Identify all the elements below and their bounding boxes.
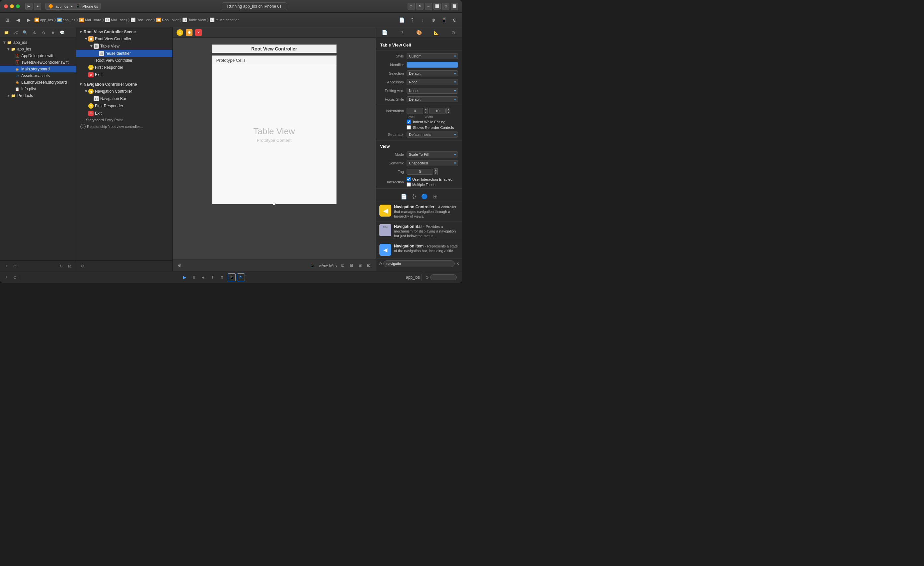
style-select[interactable]: Custom Basic Right Detail Left Detail Su… [406,53,458,59]
reorder-checkbox[interactable] [406,125,411,129]
accessory-select[interactable]: None Disclosure Indicator Detail Disclos… [406,79,458,85]
ref-tab-circle[interactable]: 🔵 [420,193,429,200]
bc-app-ios-2[interactable]: 📁 app_ios [57,18,76,22]
selection-select[interactable]: Default Blue Gray None [406,71,458,77]
canvas-bottom-left-btn[interactable]: ⊙ [177,262,183,268]
sidebar-toggle[interactable]: ⊞ [3,15,12,24]
scene-item-exit-2[interactable]: ▶ ✕ Exit [76,110,172,117]
status-step-out-btn[interactable]: ⬆ [218,274,226,281]
scene-section-nav[interactable]: ▶ Navigation Controller Scene [76,81,172,88]
ref-item-nav-bar[interactable]: Title Navigation Bar - Provides a mechan… [376,221,462,241]
sidebar-item-app-ios-group[interactable]: ▶ 📁 app_ios [0,46,76,53]
width-up-btn[interactable]: ▲ [446,108,450,111]
scene-item-first-responder-2[interactable]: ▶ ⊙ First Responder [76,102,172,110]
close-button[interactable] [4,5,8,8]
table-view-canvas[interactable]: Table View Prototype Content [212,65,336,204]
scene-item-entry[interactable]: → Storyboard Entry Point [76,117,172,123]
status-pause-btn[interactable]: ⏸ [190,274,198,281]
tag-up-btn[interactable]: ▲ [434,169,438,172]
ref-item-nav-controller[interactable]: ◀ Navigation Controller - A controller t… [376,202,462,221]
symbol-icon[interactable]: 🔍 [21,29,28,36]
help-btn[interactable]: ? [408,15,417,24]
insp-tab-attributes[interactable]: 🎨 [414,28,423,37]
status-debug-btn[interactable]: ⬇ [209,274,216,281]
report-icon[interactable]: 💬 [58,29,66,36]
status-play-btn[interactable]: ▶ [181,274,189,281]
scene-item-first-responder-1[interactable]: ▶ ⊙ First Responder [76,64,172,71]
ref-item-nav-item[interactable]: ◀ Navigation Item - Represents a state o… [376,241,462,259]
reset-btn[interactable]: ⊠ [366,262,372,268]
width-input[interactable]: 10 [429,108,446,114]
source-control-icon[interactable]: ⎇ [12,29,19,36]
scene-item-tableview[interactable]: ▶ ⊟ Table View [76,42,172,50]
indent-editing-checkbox[interactable] [406,120,411,124]
sidebar-item-tweetsvc[interactable]: ▶ 🅂 TweetsViewController.swift [0,59,76,66]
breakpoint-icon[interactable]: ◈ [49,29,56,36]
refresh-btn[interactable]: ↻ [57,262,65,270]
panel-left-btn[interactable]: ≡ [408,3,415,10]
file-inspector-btn[interactable]: 📄 [397,15,406,24]
inspector-btn[interactable]: ⬜ [451,3,458,10]
stop-button[interactable]: ■ [34,3,41,10]
level-input[interactable]: 0 [406,108,423,114]
scene-item-cell[interactable]: ▶ ⊟ reuseIdentifier [76,50,172,57]
insp-tab-quick[interactable]: ? [397,28,406,37]
insp-tab-connections[interactable]: ⊙ [449,28,458,37]
scheme-selector[interactable]: 🔶 app_ios ▸ 📱 iPhone 6s [45,3,101,10]
multiple-touch-checkbox[interactable] [406,182,411,187]
expand-btn[interactable]: ⊠ [66,262,74,270]
bc-main-scene[interactable]: ⬡ Mai...ase) [105,18,127,22]
sidebar-item-appdelegate[interactable]: ▶ 🅂 AppDelegate.swift [0,53,76,59]
bc-cell[interactable]: ⊟ reuseIdentifier [210,18,238,22]
nav-forward[interactable]: ▶ [24,15,33,24]
accessory-select-wrapper[interactable]: None Disclosure Indicator Detail Disclos… [406,79,458,85]
sidebar-item-main-storyboard[interactable]: ▶ ◉ Main.storyboard [0,66,76,72]
ref-tab-file[interactable]: 📄 [400,193,408,200]
mode-select-wrapper[interactable]: Scale To Fill Scale Aspect Fit Scale Asp… [406,152,458,157]
bc-root-vc[interactable]: ⬢ Roo...oller [156,18,178,22]
search-clear-icon[interactable]: ✕ [456,261,459,266]
bc-tableview[interactable]: ⊟ Table View [183,18,206,22]
identifier-input[interactable]: reuseIdentifier [406,62,458,68]
bc-app-ios-1[interactable]: ⬢ app_ios [34,18,53,22]
share-btn[interactable]: ⊙ [450,15,459,24]
bookmark-icon[interactable]: ◇ [40,29,47,36]
sidebar-item-products[interactable]: ▶ 📁 Products [0,92,76,99]
run-button[interactable]: ▶ [25,3,33,10]
add-btn[interactable]: ⊕ [429,15,438,24]
selection-select-wrapper[interactable]: Default Blue Gray None ▼ [406,71,458,77]
fit-all-btn[interactable]: ⊞ [357,262,363,268]
user-interaction-checkbox[interactable] [406,177,411,181]
scene-section-root[interactable]: ▶ Root View Controller Scene [76,29,172,35]
status-filter-icon[interactable]: ⊙ [426,275,429,280]
status-circle-btn[interactable]: ⊙ [11,274,19,281]
status-device-btn-2[interactable]: ↻ [237,273,245,281]
ref-search-input[interactable]: navigatio [383,260,455,267]
semantic-select[interactable]: Unspecified Playback Spatial [406,160,458,166]
minimize-button[interactable] [10,5,14,8]
status-add-btn[interactable]: + [3,274,10,281]
back-btn[interactable]: ← [425,3,432,10]
device-btn2[interactable]: 📱 [440,15,449,24]
separator-select[interactable]: Default Insets Custom Insets None [406,131,458,137]
ref-tab-code[interactable]: {} [412,193,417,200]
canvas-yellow-icon[interactable]: ⊙ [177,29,183,36]
scene-item-nav-bar[interactable]: ▶ ⊟ Navigation Bar [76,95,172,102]
level-up-btn[interactable]: ▲ [424,108,428,111]
insp-tab-size[interactable]: 📐 [432,28,441,37]
scene-item-nav-controller[interactable]: ▶ ◀ Navigation Controller [76,88,172,95]
fit-width-btn[interactable]: ⊡ [340,262,346,268]
scene-item-exit-1[interactable]: ▶ ✕ Exit [76,71,172,78]
tag-input[interactable]: 0 [406,169,433,175]
canvas-orange-icon[interactable]: ⬢ [186,29,192,36]
editing-acc-select-wrapper[interactable]: None Disclosure Indicator Detail Disclos… [406,88,458,94]
insp-tab-file[interactable]: 📄 [380,28,389,37]
nav-back[interactable]: ◀ [13,15,22,24]
semantic-select-wrapper[interactable]: Unspecified Playback Spatial ▼ [406,160,458,166]
sidebar-item-assets[interactable]: ▶ 🗂 Assets.xcassets [0,72,76,79]
level-down-btn[interactable]: ▼ [424,111,428,114]
sidebar-item-plist[interactable]: ▶ 📋 Info.plist [0,86,76,92]
mode-select[interactable]: Scale To Fill Scale Aspect Fit Scale Asp… [406,152,458,157]
focus-style-select-wrapper[interactable]: Default Custom ▼ [406,96,458,102]
scene-item-root-vc-small[interactable]: ▶ ‹ Root View Controller [76,57,172,64]
